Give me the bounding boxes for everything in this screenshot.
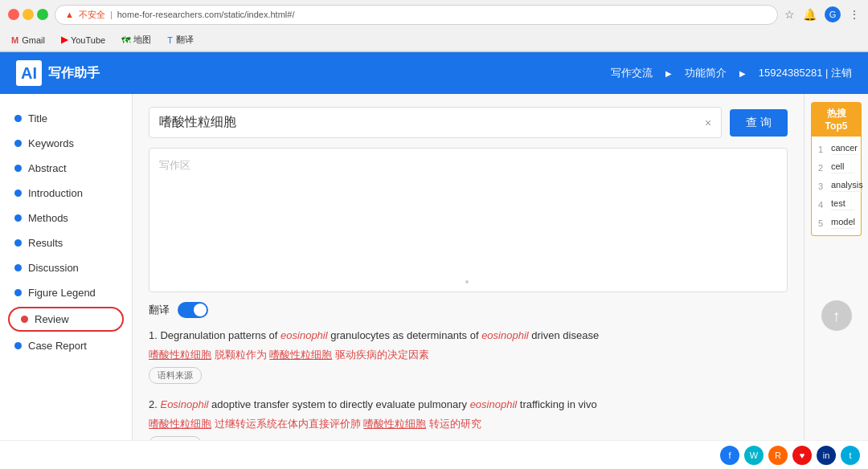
- dot-title: [14, 115, 22, 122]
- result-1-zh-text-2: 驱动疾病的决定因素: [335, 349, 429, 361]
- sidebar-label-methods: Methods: [28, 212, 68, 224]
- bookmark-gmail[interactable]: M Gmail: [8, 34, 48, 47]
- nav-writing-exchange[interactable]: 写作交流: [611, 66, 653, 80]
- result-2-title-zh: 嗜酸性粒细胞 过继转运系统在体内直接评价肺 嗜酸性粒细胞 转运的研究: [149, 416, 788, 432]
- writing-area[interactable]: 写作区: [149, 148, 788, 292]
- social-twitter-icon[interactable]: t: [841, 446, 860, 465]
- top5-item-3[interactable]: 3 analysis: [812, 177, 861, 195]
- sidebar-label-introduction: Introduction: [28, 187, 83, 199]
- social-weibo-icon[interactable]: W: [744, 446, 764, 465]
- maximize-button[interactable]: [37, 9, 48, 20]
- address-bar[interactable]: ▲ 不安全 | home-for-researchers.com/static/…: [55, 5, 778, 25]
- sidebar-item-keywords[interactable]: Keywords: [0, 131, 132, 156]
- result-2-en-highlight-2: eosinophil: [470, 398, 518, 410]
- result-2-en-text-2: trafficking in vivo: [520, 398, 597, 410]
- result-1-en-text-1: Degranulation patterns of: [160, 329, 280, 341]
- close-button[interactable]: [8, 9, 19, 20]
- top5-list: 1 cancer 2 cell 3 analysis 4 test 5 mo: [811, 137, 862, 236]
- sidebar-item-title[interactable]: Title: [0, 106, 132, 131]
- top5-item-4[interactable]: 4 test: [812, 195, 861, 214]
- search-button[interactable]: 查 询: [730, 109, 788, 137]
- result-item-2: 2. Eosinophil adoptive transfer system t…: [149, 397, 788, 440]
- dot-discussion: [14, 264, 22, 271]
- nav-features[interactable]: 功能简介: [685, 66, 727, 80]
- social-linkedin-icon[interactable]: in: [817, 446, 836, 465]
- browser-titlebar: ▲ 不安全 | home-for-researchers.com/static/…: [0, 0, 868, 29]
- top5-word-3: analysis: [831, 180, 863, 192]
- sidebar-item-discussion[interactable]: Discussion: [0, 255, 132, 280]
- result-1-title-en: 1. Degranulation patterns of eosinophil …: [149, 328, 788, 344]
- toggle-knob: [194, 304, 207, 316]
- results-list: 1. Degranulation patterns of eosinophil …: [149, 328, 788, 440]
- logo-icon: AI: [16, 60, 42, 86]
- result-2-en-text-1: adoptive transfer system to directly eva…: [211, 398, 470, 410]
- sidebar-item-results[interactable]: Results: [0, 230, 132, 255]
- bookmark-map[interactable]: 🗺 地图: [118, 32, 154, 47]
- top5-item-2[interactable]: 2 cell: [812, 158, 861, 177]
- sidebar-label-results: Results: [28, 237, 63, 249]
- menu-icon[interactable]: ⋮: [849, 8, 860, 21]
- result-1-zh-underline-2: 嗜酸性粒细胞: [269, 349, 332, 361]
- top5-num-2: 2: [818, 163, 828, 173]
- scroll-up-button[interactable]: ↑: [821, 300, 852, 331]
- search-query-text: 嗜酸性粒细胞: [159, 114, 705, 131]
- result-1-zh-text-1: 脱颗粒作为: [215, 349, 267, 361]
- top5-num-3: 3: [818, 181, 828, 191]
- result-1-en-highlight-2: eosinophil: [481, 329, 529, 341]
- result-1-source-badge[interactable]: 语料来源: [149, 367, 202, 384]
- account-icon[interactable]: G: [825, 6, 841, 22]
- dot-abstract: [14, 165, 22, 172]
- result-1-title-zh: 嗜酸性粒细胞 脱颗粒作为 嗜酸性粒细胞 驱动疾病的决定因素: [149, 347, 788, 363]
- sidebar-item-figure-legend[interactable]: Figure Legend: [0, 280, 132, 305]
- sidebar-label-review: Review: [35, 313, 69, 325]
- search-input-wrap[interactable]: 嗜酸性粒细胞 ×: [149, 107, 722, 138]
- bell-icon[interactable]: 🔔: [803, 8, 817, 21]
- sidebar-item-methods[interactable]: Methods: [0, 206, 132, 230]
- security-warning-icon: ▲: [65, 10, 74, 19]
- youtube-label: YouTube: [71, 35, 105, 45]
- top5-num-1: 1: [818, 145, 828, 154]
- result-1-en-text-3: driven disease: [531, 329, 599, 341]
- social-facebook-icon[interactable]: f: [720, 446, 739, 465]
- writing-placeholder: 写作区: [159, 159, 190, 171]
- bookmark-translate[interactable]: T 翻译: [164, 32, 197, 47]
- top5-word-4: test: [831, 198, 854, 210]
- translation-toggle[interactable]: [178, 302, 208, 318]
- bookmark-youtube[interactable]: ▶ YouTube: [58, 33, 108, 47]
- top-navigation: AI 写作助手 写作交流 ▶ 功能简介 ▶ 15924385281 | 注销: [0, 52, 868, 94]
- sidebar-label-figure-legend: Figure Legend: [28, 287, 96, 299]
- sidebar-item-case-report[interactable]: Case Report: [0, 333, 132, 358]
- sidebar-item-introduction[interactable]: Introduction: [0, 181, 132, 206]
- top5-word-2: cell: [831, 161, 854, 173]
- search-row: 嗜酸性粒细胞 × 查 询: [149, 107, 788, 138]
- top5-item-5[interactable]: 5 model: [812, 214, 861, 232]
- result-2-en-highlight-1: Eosinophil: [160, 398, 208, 410]
- sidebar-item-review[interactable]: Review: [8, 307, 124, 332]
- social-rss-icon[interactable]: R: [768, 446, 788, 465]
- main-content: Title Keywords Abstract Introduction Met…: [0, 94, 868, 440]
- gmail-icon: M: [11, 35, 18, 45]
- top5-num-4: 4: [818, 200, 828, 210]
- bookmarks-bar: M Gmail ▶ YouTube 🗺 地图 T 翻译: [0, 29, 868, 51]
- star-icon[interactable]: ☆: [784, 8, 795, 21]
- window-controls: [8, 9, 48, 20]
- nav-phone-logout[interactable]: 15924385281 | 注销: [759, 66, 852, 80]
- sidebar-item-abstract[interactable]: Abstract: [0, 156, 132, 181]
- dot-case-report: [14, 342, 22, 349]
- social-bar: f W R ♥ in t: [0, 440, 868, 469]
- logo-text: 写作助手: [48, 65, 100, 82]
- minimize-button[interactable]: [23, 9, 34, 20]
- clear-search-button[interactable]: ×: [705, 116, 711, 129]
- url-display: home-for-researchers.com/static/index.ht…: [117, 10, 295, 19]
- security-label: 不安全: [79, 9, 105, 21]
- dot-review: [21, 316, 28, 323]
- writing-area-cursor-dot: [465, 280, 469, 283]
- top5-item-1[interactable]: 1 cancer: [812, 140, 861, 158]
- top5-num-5: 5: [818, 218, 828, 228]
- sidebar: Title Keywords Abstract Introduction Met…: [0, 94, 133, 440]
- result-1-en-highlight-1: eosinophil: [280, 329, 328, 341]
- social-favorite-icon[interactable]: ♥: [792, 446, 812, 465]
- dot-keywords: [14, 140, 22, 147]
- logo-area: AI 写作助手: [16, 60, 100, 86]
- map-label: 地图: [133, 34, 151, 46]
